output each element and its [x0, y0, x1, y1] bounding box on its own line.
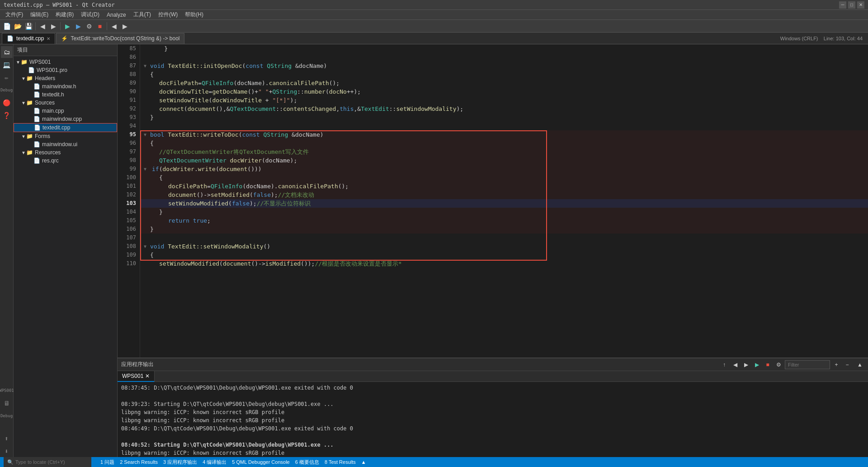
status-qml[interactable]: 5 QML Debugger Console — [232, 459, 289, 465]
run-button[interactable]: ▶ — [62, 21, 72, 31]
menu-edit[interactable]: 编辑(E) — [27, 10, 52, 19]
new-button[interactable]: 📄 — [2, 21, 12, 31]
bottom-collapse-btn[interactable]: ▲ — [855, 360, 864, 369]
tab-function-signature[interactable]: ⚡ TextEdit::writeToDoc(const QString &) … — [56, 33, 184, 44]
tree-item-resqrc[interactable]: 📄 res.qrc — [14, 157, 117, 165]
bottom-run-btn[interactable]: ▶ — [752, 360, 761, 369]
status-appoutput[interactable]: 3 应用程序输出 — [163, 459, 197, 466]
title-text: textedit.cpp — WPS001 - Qt Creator — [4, 2, 115, 8]
sidebar-icon-bottom[interactable]: ⬆ — [1, 433, 13, 444]
bottom-stop-btn[interactable]: ■ — [763, 360, 772, 369]
code-container[interactable]: 85 86 87 88 89 90 91 92 93 94 95 96 97 9… — [118, 44, 868, 357]
tree-label-resqrc: res.qrc — [42, 157, 59, 164]
tree-item-headers[interactable]: ▼ 📁 Headers — [14, 74, 117, 82]
menu-debug[interactable]: 调试(D) — [77, 10, 103, 19]
output-line-3: libpng warning: iCCP: known incorrect sR… — [121, 408, 864, 416]
menu-help[interactable]: 帮助(H) — [181, 10, 207, 19]
stop-button[interactable]: ■ — [95, 21, 105, 31]
tree-item-wps001pro[interactable]: 📄 WPS001.pro — [14, 66, 117, 74]
line-num-85: 85 — [118, 44, 136, 53]
project-tree: ▼ 📁 WPS001 📄 WPS001.pro ▼ 📁 Headers 📄 ma… — [14, 56, 117, 457]
menu-build[interactable]: 构建(B) — [52, 10, 77, 19]
menu-controls[interactable]: 控件(W) — [155, 10, 181, 19]
line-numbers: 85 86 87 88 89 90 91 92 93 94 95 96 97 9… — [118, 44, 140, 357]
titlebar: textedit.cpp — WPS001 - Qt Creator ─ □ ✕ — [0, 0, 868, 10]
status-problems[interactable]: 1 问题 — [100, 459, 114, 466]
open-button[interactable]: 📂 — [13, 21, 23, 31]
sidebar-icon-edit[interactable]: ✏ — [1, 71, 13, 83]
tab-textedit-cpp[interactable]: 📄 textedit.cpp ✕ — [2, 33, 55, 44]
code-line-105: return true; — [140, 216, 868, 225]
line-num-87: 87 — [118, 62, 136, 70]
tree-item-mainwindowui[interactable]: 📄 mainwindow.ui — [14, 140, 117, 148]
toolbar: 📄 📂 💾 ◀ ▶ ▶ ▶ ⚙ ■ ◀ ▶ — [0, 20, 868, 33]
sidebar-icon-help[interactable]: ❓ — [1, 110, 13, 121]
save-button[interactable]: 💾 — [24, 21, 33, 31]
tree-label-forms: Forms — [35, 133, 50, 139]
line-num-96: 96 — [118, 139, 136, 148]
tree-item-wps001[interactable]: ▼ 📁 WPS001 — [14, 58, 117, 66]
bottom-scroll-up-btn[interactable]: ↑ — [720, 360, 729, 369]
tree-item-sources[interactable]: ▼ 📁 Sources — [14, 99, 117, 107]
status-arrow: ▲ — [361, 459, 366, 465]
bottom-tab-wps001[interactable]: WPS001 ✕ — [118, 371, 155, 382]
status-compile[interactable]: 4 编译输出 — [203, 459, 226, 466]
file-h-icon: 📄 — [33, 83, 40, 90]
tree-item-texteditcpp[interactable]: 📄 textedit.cpp — [14, 123, 117, 132]
tree-item-mainwindowh[interactable]: 📄 mainwindow.h — [14, 82, 117, 91]
bottom-rebuild-btn[interactable]: ⚙ — [774, 360, 783, 369]
sidebar-icon-project[interactable]: 🗂 — [1, 46, 13, 58]
sidebar-icon-launch[interactable]: 🖥 — [1, 397, 13, 409]
maximize-button[interactable]: □ — [848, 1, 855, 9]
menu-analyze[interactable]: Analyze — [103, 11, 130, 19]
tree-item-forms[interactable]: ▼ 📁 Forms — [14, 132, 117, 140]
prev-nav-button[interactable]: ◀ — [109, 21, 119, 31]
tree-item-mainwindowcpp[interactable]: 📄 mainwindow.cpp — [14, 115, 117, 123]
bottom-tabs: WPS001 ✕ — [118, 371, 868, 382]
forward-button[interactable]: ▶ — [48, 21, 58, 31]
close-button[interactable]: ✕ — [857, 1, 864, 9]
line-num-92: 92 — [118, 105, 136, 113]
sidebar-icon-debug2[interactable]: Debug — [1, 410, 13, 422]
sidebar-icon-bottom2[interactable]: ⬇ — [1, 445, 13, 457]
file-h2-icon: 📄 — [33, 91, 40, 98]
tree-item-resources[interactable]: ▼ 📁 Resources — [14, 148, 117, 157]
bottom-next-btn[interactable]: ▶ — [741, 360, 750, 369]
search-icon: 🔍 — [7, 459, 14, 465]
menu-tools[interactable]: 工具(T) — [130, 10, 155, 19]
output-line-blank2 — [121, 433, 864, 441]
debug-run-button[interactable]: ▶ — [73, 21, 83, 31]
line-num-100: 100 — [118, 173, 136, 182]
tree-item-textedith[interactable]: 📄 textedit.h — [14, 91, 117, 99]
line-num-88: 88 — [118, 70, 136, 79]
tab-close-button[interactable]: ✕ — [47, 36, 50, 41]
bottom-remove-btn[interactable]: − — [843, 360, 852, 369]
code-line-101: docFilePath=QFileInfo(docName).canonical… — [140, 182, 868, 191]
status-search[interactable]: 2 Search Results — [120, 459, 158, 465]
build-button[interactable]: ⚙ — [84, 21, 94, 31]
tree-label-resources: Resources — [35, 149, 61, 156]
menu-file[interactable]: 文件(F) — [2, 10, 27, 19]
bottom-filter-input[interactable] — [785, 360, 830, 369]
code-line-109: { — [140, 251, 868, 259]
sidebar-icon-debug[interactable]: Debug — [1, 84, 13, 96]
locate-input[interactable] — [15, 459, 88, 465]
sidebar-icon-breakpoints[interactable]: 🔴 — [1, 97, 13, 109]
minimize-button[interactable]: ─ — [839, 1, 846, 9]
code-editor[interactable]: } ▼ void TextEdit::initOpenDoc(const QSt… — [140, 44, 868, 357]
tree-item-maincpp[interactable]: 📄 main.cpp — [14, 107, 117, 115]
back-button[interactable]: ◀ — [38, 21, 47, 31]
sidebar-icon-session[interactable]: 💻 — [1, 59, 13, 71]
line-num-109: 109 — [118, 251, 136, 259]
bottom-add-btn[interactable]: + — [832, 360, 841, 369]
tree-label-mainwindowui: mainwindow.ui — [42, 141, 77, 148]
code-line-90: docWindowTitle=getDocName()+" "+QString:… — [140, 87, 868, 96]
code-line-87: ▼ void TextEdit::initOpenDoc(const QStri… — [140, 62, 868, 70]
bottom-prev-btn[interactable]: ◀ — [731, 360, 740, 369]
sidebar-icon-wps001[interactable]: WPS001 — [1, 385, 13, 396]
status-overview[interactable]: 6 概要信息 — [295, 459, 319, 466]
next-nav-button[interactable]: ▶ — [120, 21, 130, 31]
code-line-97: //QTextDocumentWriter将QTextDocument写入文件 — [140, 148, 868, 156]
tab-icon: 📄 — [7, 35, 14, 42]
status-tests[interactable]: 8 Test Results — [325, 459, 356, 465]
